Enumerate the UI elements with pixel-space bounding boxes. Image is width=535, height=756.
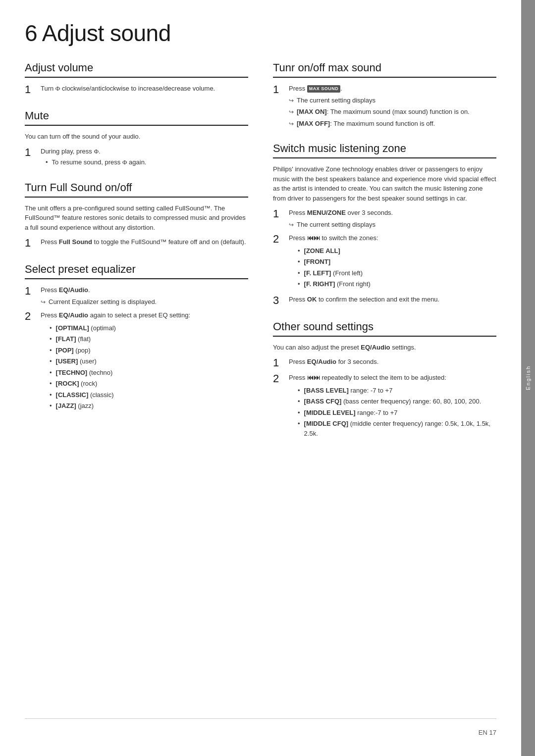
arrow-sym: ↪ — [289, 96, 294, 105]
section-title-mute: Mute — [25, 109, 248, 126]
step-content: Press OK to confirm the selection and ex… — [289, 295, 496, 304]
bullet-item: • [FLAT] (flat) — [50, 334, 248, 344]
bullet-item: • [F. RIGHT] (Front right) — [298, 279, 496, 289]
bullet-text: [F. RIGHT] (Front right) — [304, 279, 371, 289]
bullet-dot: • — [298, 257, 300, 267]
bullet-dot: • — [50, 379, 52, 389]
two-column-layout: Adjust volume 1 Turn Φ clockwise/anticlo… — [25, 61, 496, 713]
bullet-text: [FRONT] — [304, 257, 330, 267]
step-2-other-sound: 2 Press ⏮⏭ repeatedly to select the item… — [273, 373, 496, 440]
bullet-text: [FLAT] (flat) — [56, 334, 91, 344]
step-num: 1 — [273, 208, 284, 220]
left-column: Adjust volume 1 Turn Φ clockwise/anticlo… — [25, 61, 248, 713]
other-sound-bullet-list: • [BASS LEVEL] range: -7 to +7 • [BASS C… — [298, 386, 496, 439]
section-preset-equalizer: Select preset equalizer 1 Press EQ/Audio… — [25, 263, 248, 412]
bullet-text: [CLASSIC] (classic) — [56, 390, 114, 400]
section-title-adjust-volume: Adjust volume — [25, 61, 248, 78]
bullet-item: • [ROCK] (rock) — [50, 379, 248, 389]
bullet-item: • [ZONE ALL] — [298, 246, 496, 256]
step-3-zone: 3 Press OK to confirm the selection and … — [273, 295, 496, 306]
section-switch-zone: Switch music listening zone Philips' inn… — [273, 142, 496, 306]
step-content: Press EQ/Audio for 3 seconds. — [289, 357, 496, 367]
step-num: 1 — [25, 237, 36, 249]
bullet-text: [OPTIMAL] (optimal) — [56, 323, 116, 333]
footer: EN 17 — [25, 718, 496, 736]
step-num: 2 — [25, 310, 36, 322]
max-sound-button-icon: MAX SOUND — [307, 85, 341, 93]
full-sound-intro: The unit offers a pre-configured sound s… — [25, 203, 248, 233]
zone-bullet-list: • [ZONE ALL] • [FRONT] • [F. LEFT] (Fron… — [298, 246, 496, 289]
arrow-text: [MAX ON]: The maximum sound (max sound) … — [297, 107, 470, 117]
step-content: Press ⏮⏭ repeatedly to select the item t… — [289, 373, 496, 440]
step-content: Press EQ/Audio again to select a preset … — [41, 310, 248, 412]
arrow-sym: ↪ — [289, 107, 294, 116]
step-1-tunr: 1 Press MAX SOUND. ↪ The current setting… — [273, 84, 496, 128]
bullet-dot: • — [50, 334, 52, 344]
step-num: 1 — [273, 357, 284, 369]
bullet-text: [MIDDLE LEVEL] range:-7 to +7 — [304, 408, 398, 418]
bullet-text: [F. LEFT] (Front left) — [304, 268, 363, 278]
step-1-mute: 1 During play, press Φ. • To resume soun… — [25, 147, 248, 167]
arrow-sym: ↪ — [289, 220, 294, 229]
bullet-text: [BASS CFQ] (bass center frequency) range… — [304, 397, 482, 406]
bullet-dot: • — [50, 346, 52, 355]
section-full-sound: Turn Full Sound on/off The unit offers a… — [25, 181, 248, 250]
bullet-dot: • — [50, 390, 52, 400]
section-adjust-volume: Adjust volume 1 Turn Φ clockwise/anticlo… — [25, 61, 248, 96]
step-content: Press MENU/ZONE over 3 seconds. ↪ The cu… — [289, 208, 496, 229]
bullet-text: [POP] (pop) — [56, 346, 91, 355]
section-mute: Mute You can turn off the sound of your … — [25, 109, 248, 167]
page-container: 6 Adjust sound Adjust volume 1 Turn Φ cl… — [0, 0, 535, 756]
step-num: 1 — [25, 285, 36, 297]
step-content: During play, press Φ. • To resume sound,… — [41, 147, 248, 167]
main-content: 6 Adjust sound Adjust volume 1 Turn Φ cl… — [0, 0, 521, 756]
step-num: 2 — [273, 373, 284, 385]
bullet-text: [BASS LEVEL] range: -7 to +7 — [304, 386, 393, 396]
step-num: 2 — [273, 233, 284, 245]
bullet-dot: • — [298, 419, 300, 429]
language-tab-text: English — [525, 365, 531, 390]
bullet-text: [USER] (user) — [56, 356, 97, 366]
step-num: 1 — [25, 84, 36, 96]
mute-intro: You can turn off the sound of your audio… — [25, 132, 248, 142]
section-other-sound: Other sound settings You can also adjust… — [273, 320, 496, 440]
bullet-item: • [CLASSIC] (classic) — [50, 390, 248, 400]
bullet-item: • [JAZZ] (jazz) — [50, 401, 248, 411]
step-2-equalizer: 2 Press EQ/Audio again to select a prese… — [25, 310, 248, 412]
bullet-dot: • — [50, 323, 52, 333]
bullet-item: • [TECHNO] (techno) — [50, 368, 248, 378]
section-title-other-sound: Other sound settings — [273, 320, 496, 337]
step-content: Press ⏮⏭ to switch the zones: • [ZONE AL… — [289, 233, 496, 291]
step-1-adjust-volume: 1 Turn Φ clockwise/anticlockwise to incr… — [25, 84, 248, 96]
bullet-dot: • — [298, 268, 300, 278]
arrow-text: The current setting displays — [297, 220, 375, 230]
arrow-line: ↪ The current setting displays — [289, 220, 496, 230]
other-sound-intro: You can also adjust the preset EQ/Audio … — [273, 343, 496, 353]
bullet-text: [ZONE ALL] — [304, 246, 340, 256]
step-1-equalizer: 1 Press EQ/Audio. ↪ Current Equalizer se… — [25, 285, 248, 306]
step-1-other-sound: 1 Press EQ/Audio for 3 seconds. — [273, 357, 496, 369]
arrow-line: ↪ [MAX OFF]: The maximum sound function … — [289, 119, 496, 129]
bullet-dot: • — [298, 386, 300, 396]
bullet-dot: • — [50, 401, 52, 411]
step-1-zone: 1 Press MENU/ZONE over 3 seconds. ↪ The … — [273, 208, 496, 229]
section-title-full-sound: Turn Full Sound on/off — [25, 181, 248, 198]
right-column: Tunr on/off max sound 1 Press MAX SOUND.… — [273, 61, 496, 713]
bullet-text: [MIDDLE CFQ] (middle center frequency) r… — [304, 419, 496, 438]
bullet-dot: • — [298, 408, 300, 418]
step-num: 1 — [25, 147, 36, 158]
bullet-item: • [MIDDLE CFQ] (middle center frequency)… — [298, 419, 496, 438]
arrow-line: ↪ [MAX ON]: The maximum sound (max sound… — [289, 107, 496, 117]
switch-zone-intro: Philips' innovative Zone technology enab… — [273, 164, 496, 203]
bullet-item: • [OPTIMAL] (optimal) — [50, 323, 248, 333]
bullet-dot: • — [298, 279, 300, 289]
bullet-item: • [POP] (pop) — [50, 346, 248, 355]
step-num: 1 — [273, 84, 284, 96]
eq-bullet-list: • [OPTIMAL] (optimal) • [FLAT] (flat) • … — [50, 323, 248, 411]
step-content: Press MAX SOUND. ↪ The current setting d… — [289, 84, 496, 128]
bullet-item: • [MIDDLE LEVEL] range:-7 to +7 — [298, 408, 496, 418]
arrow-line: ↪ Current Equalizer setting is displayed… — [41, 297, 248, 307]
step-content: Turn Φ clockwise/anticlockwise to increa… — [41, 84, 248, 94]
bullet-item: • [BASS CFQ] (bass center frequency) ran… — [298, 397, 496, 406]
bullet-text: [JAZZ] (jazz) — [56, 401, 94, 411]
